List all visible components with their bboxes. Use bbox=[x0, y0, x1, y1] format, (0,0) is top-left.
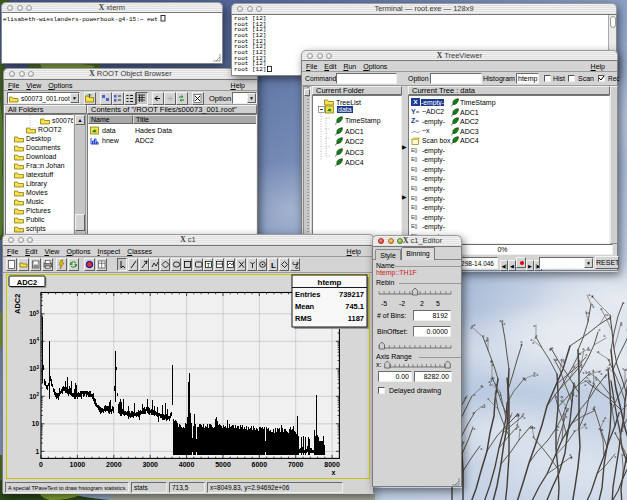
svg-text:elisabeth-wieslanders-powerboo: elisabeth-wieslanders-powerbook-g4-15:~ … bbox=[3, 16, 158, 23]
svg-text:103: 103 bbox=[29, 365, 39, 373]
svg-text:1000: 1000 bbox=[70, 461, 86, 468]
svg-text:htemp: htemp bbox=[318, 278, 342, 287]
svg-text:0: 0 bbox=[39, 461, 43, 468]
svg-text:RMS: RMS bbox=[295, 314, 312, 323]
svg-text:102: 102 bbox=[29, 392, 39, 400]
svg-text:ADC2: ADC2 bbox=[17, 278, 37, 287]
svg-text:4000: 4000 bbox=[179, 461, 195, 468]
svg-text:6000: 6000 bbox=[252, 461, 268, 468]
svg-text:10: 10 bbox=[32, 420, 40, 427]
svg-text:1187: 1187 bbox=[348, 314, 364, 323]
svg-text:root [12]: root [12] bbox=[234, 66, 266, 73]
svg-text:105: 105 bbox=[29, 310, 39, 318]
svg-text:739217: 739217 bbox=[339, 290, 364, 299]
svg-text:x: x bbox=[331, 469, 335, 476]
svg-text:Mean: Mean bbox=[295, 302, 315, 311]
svg-text:3000: 3000 bbox=[142, 461, 158, 468]
svg-text:104: 104 bbox=[29, 337, 39, 345]
svg-text:8000: 8000 bbox=[324, 461, 340, 468]
svg-text:5000: 5000 bbox=[215, 461, 231, 468]
svg-text:1: 1 bbox=[35, 448, 39, 455]
svg-text:2000: 2000 bbox=[106, 461, 122, 468]
svg-text:7000: 7000 bbox=[288, 461, 304, 468]
svg-text:ADC2: ADC2 bbox=[13, 294, 22, 314]
svg-text:745.1: 745.1 bbox=[345, 302, 364, 311]
svg-text:Entries: Entries bbox=[295, 290, 320, 299]
